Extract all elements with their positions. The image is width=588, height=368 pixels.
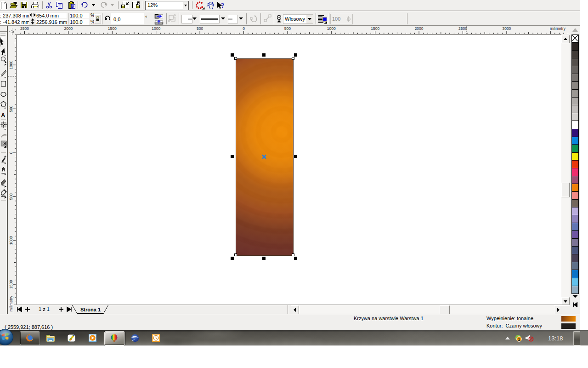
svg-text:?: ? bbox=[221, 2, 225, 9]
svg-text:500: 500 bbox=[197, 26, 203, 31]
svg-text:2500: 2500 bbox=[20, 26, 29, 31]
svg-text:1: 1 bbox=[518, 337, 520, 342]
svg-text:A: A bbox=[1, 112, 6, 119]
svg-text:1000: 1000 bbox=[152, 26, 160, 31]
svg-text:0: 0 bbox=[243, 26, 245, 31]
svg-text:milimetry: milimetry bbox=[9, 295, 13, 311]
svg-text:2000: 2000 bbox=[415, 26, 424, 31]
svg-text:1500: 1500 bbox=[9, 280, 13, 288]
svg-text:500: 500 bbox=[9, 105, 13, 112]
svg-text:milimetry: milimetry bbox=[550, 26, 566, 31]
svg-text:3000: 3000 bbox=[502, 26, 511, 31]
svg-text:1000: 1000 bbox=[327, 26, 336, 31]
svg-text:1000: 1000 bbox=[9, 236, 13, 245]
svg-text:0: 0 bbox=[9, 151, 13, 154]
svg-text:500: 500 bbox=[284, 26, 291, 31]
svg-text:Strona 1: Strona 1 bbox=[80, 307, 101, 312]
svg-text:1000: 1000 bbox=[9, 60, 13, 69]
svg-text:1500: 1500 bbox=[108, 26, 117, 31]
svg-text:1500: 1500 bbox=[371, 26, 379, 31]
svg-text:2000: 2000 bbox=[64, 26, 73, 31]
svg-text:500: 500 bbox=[9, 193, 13, 200]
svg-text:2500: 2500 bbox=[458, 26, 467, 31]
